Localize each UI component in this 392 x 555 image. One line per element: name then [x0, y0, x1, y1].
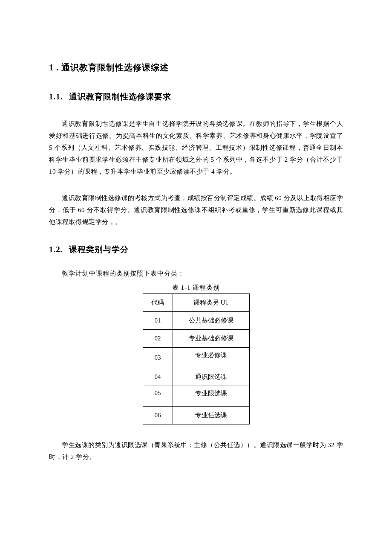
table-caption: 表 1-1 课程类别 [49, 284, 343, 292]
cell-name: 公共基础必修课 [173, 312, 249, 330]
heading-1-text: 通识教育限制性选修课综述 [61, 63, 169, 72]
heading-1-2-text: 课程类别与学分 [69, 245, 129, 254]
paragraph-block-2: 通识教育限制性选修课的考核方式为考查，成绩按百分制评定成绩。成绩 60 分及以上… [49, 192, 343, 228]
heading-1-1-text: 通识教育限制性选修课要求 [69, 92, 171, 101]
cell-code: 05 [143, 386, 173, 407]
paragraph-1: 通识教育限制性选修课是学生自主选择学院开设的各类选修课。在教师的指导下，学生根据… [49, 118, 343, 177]
paragraph-block-1: 通识教育限制性选修课是学生自主选择学院开设的各类选修课。在教师的指导下，学生根据… [49, 118, 343, 177]
cell-code: 02 [143, 330, 173, 348]
table-intro: 教学计划中课程的类别按照下表中分类： [49, 270, 343, 278]
paragraph-3: 学生选课的类别为通识限选课（青果系统中：主修（公共任选））。通识限选课一般学时为… [49, 439, 343, 463]
cell-name: 专业基础必修课 [173, 330, 249, 348]
cell-code: 04 [143, 368, 173, 386]
heading-1-2-number: 1.2. [49, 245, 63, 254]
cell-code: 03 [143, 348, 173, 368]
cell-code: 06 [143, 407, 173, 424]
cell-name: 专业任选课 [173, 407, 249, 424]
heading-1: 1 .通识教育限制性选修课综述 [49, 62, 343, 73]
paragraph-2: 通识教育限制性选修课的考核方式为考查，成绩按百分制评定成绩。成绩 60 分及以上… [49, 192, 343, 228]
heading-1-1-number: 1.1. [49, 92, 63, 101]
course-category-table: 代码 课程类另 U1 01 公共基础必修课 02 专业基础必修课 03 专业必修… [143, 293, 250, 424]
cell-name: 专业限选课 [173, 386, 249, 407]
cell-code: 01 [143, 312, 173, 330]
header-code: 代码 [143, 294, 173, 312]
heading-1-number: 1 . [49, 63, 59, 72]
table-header-row: 代码 课程类另 U1 [143, 294, 249, 312]
heading-1-2: 1.2.课程类别与学分 [49, 244, 343, 255]
table-row: 04 通识限选课 [143, 368, 249, 386]
table-row: 02 专业基础必修课 [143, 330, 249, 348]
table-row: 06 专业任选课 [143, 407, 249, 424]
header-name: 课程类另 U1 [173, 294, 249, 312]
table-row: 05 专业限选课 [143, 386, 249, 407]
heading-1-1: 1.1.通识教育限制性选修课要求 [49, 91, 343, 102]
table-row: 01 公共基础必修课 [143, 312, 249, 330]
cell-name: 通识限选课 [173, 368, 249, 386]
cell-name: 专业必修课 [173, 348, 249, 368]
table-row: 03 专业必修课 [143, 348, 249, 368]
